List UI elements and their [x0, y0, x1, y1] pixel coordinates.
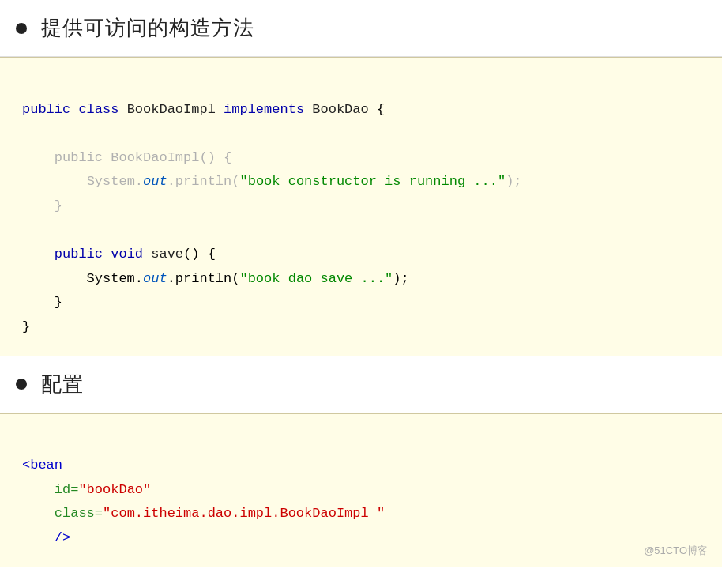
class-name: BookDaoImpl — [127, 102, 216, 117]
constructor-dim: public BookDaoImpl() { — [55, 150, 231, 165]
keyword-void: void — [111, 247, 143, 262]
xml-val-id: "bookDao" — [78, 482, 151, 497]
code-block-xml: <bean id="bookDao" class="com.itheima.da… — [0, 413, 722, 567]
keyword-public2: public — [55, 247, 103, 262]
section2-title: 配置 — [41, 371, 84, 398]
code-block-java: public class BookDaoImpl implements Book… — [0, 57, 722, 356]
keyword-class: class — [78, 102, 118, 117]
sysout-dim: System.out.println("book constructor is … — [87, 174, 522, 189]
xml-attr-class: class= — [55, 506, 103, 521]
out-keyword: out — [143, 271, 167, 286]
section1-title: 提供可访问的构造方法 — [41, 14, 254, 42]
bullet-dot-2 — [16, 379, 27, 390]
xml-val-class: "com.itheima.dao.impl.BookDaoImpl " — [103, 506, 385, 521]
close-brace-dim: } — [55, 198, 62, 213]
keyword-public: public — [22, 102, 70, 117]
xml-self-close: /> — [55, 530, 70, 545]
keyword-implements: implements — [224, 102, 304, 117]
bullet-dot-1 — [16, 23, 27, 34]
section2-heading: 配置 — [0, 356, 722, 413]
string-save: "book dao save ..." — [239, 271, 393, 286]
section1-heading: 提供可访问的构造方法 — [0, 0, 722, 57]
interface-name: BookDao — [312, 102, 368, 117]
watermark: @51CTO博客 — [644, 544, 708, 558]
method-save: save — [151, 247, 183, 262]
xml-open-tag: <bean — [22, 458, 62, 473]
xml-attr-id: id= — [55, 482, 79, 497]
